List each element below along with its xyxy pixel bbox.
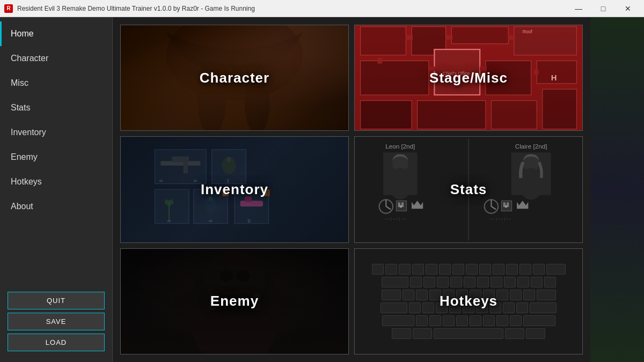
sidebar-nav: Home Character Misc Stats Inventory Enem… (0, 17, 112, 286)
inventory-tile-label: Inventory (121, 137, 348, 242)
sidebar-item-about[interactable]: About (0, 194, 112, 219)
minimize-button[interactable]: — (567, 1, 590, 16)
sidebar-item-enemy[interactable]: Enemy (0, 145, 112, 169)
save-button[interactable]: SAVE (8, 313, 105, 330)
content-area: Character (113, 17, 590, 362)
quit-button[interactable]: QUIT (8, 292, 105, 309)
enemy-tile-label: Enemy (121, 249, 348, 354)
tile-enemy[interactable]: Enemy (120, 248, 349, 354)
stats-tile-label: Stats (355, 137, 582, 242)
load-button[interactable]: LOAD (8, 334, 105, 351)
tile-stage[interactable]: Chief's Office H Roof Stage/Misc (354, 25, 583, 131)
app-icon: R (4, 4, 13, 13)
tile-inventory[interactable]: ∞ ∞ 1 ∞ (120, 136, 349, 242)
window-title: Resident Evil 3 Remake Demo Ultimate Tra… (17, 5, 567, 12)
stage-tile-label: Stage/Misc (355, 25, 582, 130)
title-bar: R Resident Evil 3 Remake Demo Ultimate T… (0, 0, 644, 17)
tile-hotkeys[interactable]: Hotkeys (354, 248, 583, 354)
sidebar-item-stats[interactable]: Stats (0, 95, 112, 120)
maximize-button[interactable]: □ (591, 1, 615, 16)
main-layout: Home Character Misc Stats Inventory Enem… (0, 17, 644, 362)
sidebar-item-hotkeys[interactable]: Hotkeys (0, 169, 112, 194)
window-controls: — □ ✕ (567, 1, 640, 16)
hotkeys-tile-label: Hotkeys (355, 249, 582, 354)
tile-stats[interactable]: Leon [2nd] (354, 136, 583, 242)
sidebar-item-home[interactable]: Home (0, 21, 112, 46)
sidebar-item-inventory[interactable]: Inventory (0, 120, 112, 145)
sidebar-item-character[interactable]: Character (0, 46, 112, 71)
close-button[interactable]: ✕ (616, 1, 640, 16)
sidebar-action-buttons: QUIT SAVE LOAD (0, 286, 112, 357)
sidebar: Home Character Misc Stats Inventory Enem… (0, 17, 113, 362)
character-tile-label: Character (121, 25, 348, 130)
right-panel-bg (590, 17, 644, 362)
sidebar-item-misc[interactable]: Misc (0, 71, 112, 95)
tile-character[interactable]: Character (120, 25, 349, 131)
